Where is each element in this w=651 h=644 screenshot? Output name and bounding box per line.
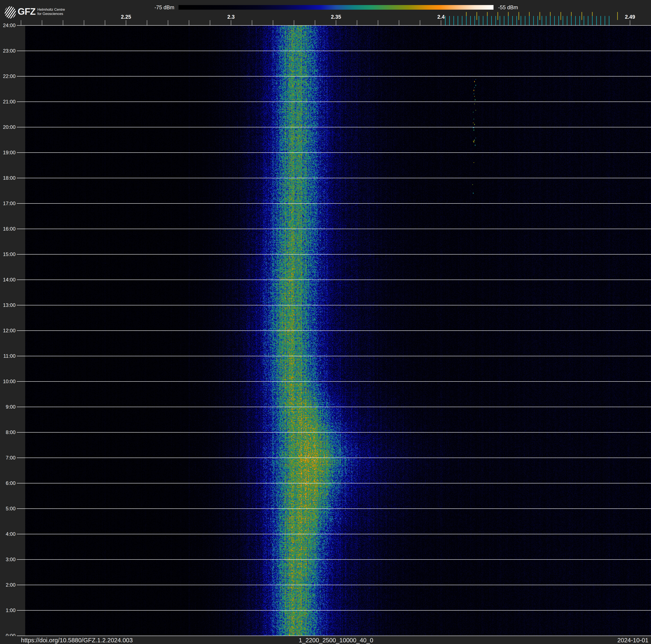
hour-tick-label: 18:00 — [0, 175, 16, 181]
ble-channel-tick — [521, 16, 521, 25]
ble-channel-tick — [474, 16, 475, 25]
freq-tick-label: 2.4 — [428, 14, 454, 20]
freq-minor-tick — [147, 20, 147, 25]
freq-minor-tick — [21, 20, 21, 25]
hour-tick-label: 6:00 — [0, 480, 16, 486]
freq-minor-tick — [63, 20, 63, 25]
hour-gridline — [17, 280, 651, 280]
hour-tick-label: 21:00 — [0, 99, 16, 105]
hour-gridline — [17, 101, 651, 102]
freq-minor-tick — [399, 20, 399, 25]
hour-gridline — [17, 432, 651, 433]
hour-tick-label: 4:00 — [0, 531, 16, 537]
hour-tick-label: 19:00 — [0, 150, 16, 155]
ble-channel-tick — [500, 16, 500, 25]
ble-channel-tick — [487, 16, 488, 25]
hour-tick-label: 14:00 — [0, 277, 16, 283]
hour-tick-label: 8:00 — [0, 430, 16, 435]
footer-filename: 1_2200_2500_10000_40_0 — [25, 637, 647, 643]
org-tagline: Helmholtz Centre for Geosciences — [37, 7, 65, 16]
hour-tick-label: 3:00 — [0, 557, 16, 562]
ble-channel-tick — [541, 16, 542, 25]
hour-tick-label: 7:00 — [0, 455, 16, 461]
footer-date: 2024-10-01 — [617, 637, 649, 643]
org-tagline-line1: Helmholtz Centre — [37, 7, 65, 12]
ble-channel-tick — [478, 16, 479, 25]
hour-gridline — [17, 330, 651, 331]
colorbar-max-label: -55 dBm — [498, 5, 518, 10]
hour-tick-label: 15:00 — [0, 252, 16, 257]
hour-gridline — [17, 51, 651, 51]
ble-channel-tick — [533, 16, 534, 25]
freq-minor-tick — [168, 20, 168, 25]
freq-minor-tick — [294, 20, 294, 25]
wifi-channel-tick — [497, 12, 498, 20]
hour-gridline — [17, 356, 651, 356]
ble-channel-tick — [584, 16, 584, 25]
hour-gridline — [17, 229, 651, 229]
ble-channel-tick — [529, 16, 530, 25]
freq-minor-tick — [273, 20, 273, 25]
hour-tick-label: 17:00 — [0, 201, 16, 206]
hour-gridline — [17, 152, 651, 153]
freq-tick-label: 2.49 — [617, 14, 643, 20]
wifi-channel-tick — [560, 12, 561, 20]
ble-channel-tick — [579, 16, 580, 25]
hour-tick-label: 20:00 — [0, 124, 16, 130]
hour-tick-label: 11:00 — [0, 353, 16, 359]
ble-channel-tick — [575, 16, 576, 25]
hour-gridline — [17, 610, 651, 611]
hour-gridline — [17, 254, 651, 255]
freq-tick-label: 2.35 — [323, 14, 349, 20]
freq-minor-tick — [378, 20, 378, 25]
hour-gridline — [17, 407, 651, 407]
ble-channel-tick — [495, 16, 496, 25]
org-name: GFZ — [18, 6, 35, 17]
ble-channel-tick — [508, 16, 508, 25]
org-tagline-line2: for Geosciences — [37, 12, 65, 16]
gfz-logo-icon — [5, 6, 16, 19]
freq-minor-tick — [42, 20, 42, 25]
hour-tick-label: 22:00 — [0, 74, 16, 79]
ble-channel-tick — [537, 16, 538, 25]
freq-minor-tick — [336, 20, 336, 25]
freq-minor-tick — [315, 20, 315, 25]
hour-gridline — [17, 25, 651, 26]
ble-channel-tick — [525, 16, 525, 25]
freq-minor-tick — [441, 20, 441, 25]
freq-minor-tick — [252, 20, 252, 25]
wifi-channel-tick — [476, 12, 477, 20]
ble-channel-tick — [563, 16, 563, 25]
ble-channel-tick — [588, 16, 588, 25]
hour-tick-label: 13:00 — [0, 302, 16, 308]
freq-minor-tick — [210, 20, 210, 25]
ble-channel-tick — [554, 16, 555, 25]
hour-gridline — [17, 381, 651, 382]
wifi-channel-tick — [519, 12, 519, 20]
ble-channel-tick — [550, 16, 551, 25]
freq-minor-tick — [420, 20, 420, 25]
hour-gridline — [17, 559, 651, 560]
ble-channel-tick — [466, 16, 467, 25]
ble-channel-tick — [512, 16, 513, 25]
ble-channel-tick — [483, 16, 484, 25]
freq-minor-tick — [189, 20, 189, 25]
ble-channel-tick — [470, 16, 471, 25]
wifi-channel-tick — [539, 12, 540, 20]
hour-gridline — [17, 458, 651, 458]
ble-channel-tick — [458, 16, 458, 25]
ble-channel-tick — [546, 16, 547, 25]
freq-minor-tick — [357, 20, 357, 25]
ble-channel-tick — [517, 16, 517, 25]
hour-tick-label: 9:00 — [0, 404, 16, 410]
ble-channel-tick — [571, 16, 571, 25]
freq-tick-label: 2.25 — [114, 14, 138, 20]
wifi-channel-tick — [582, 12, 582, 20]
ble-channel-tick — [504, 16, 504, 25]
freq-minor-tick — [126, 20, 126, 25]
ble-channel-tick — [596, 16, 597, 25]
ble-channel-tick — [600, 16, 601, 25]
freq-minor-tick — [231, 20, 231, 25]
ble-channel-tick — [567, 16, 567, 25]
freq-minor-tick — [84, 20, 84, 25]
